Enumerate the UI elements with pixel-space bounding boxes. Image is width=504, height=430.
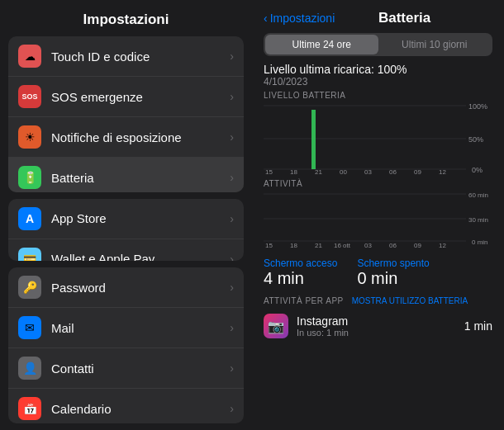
chevron-icon: ›: [230, 90, 234, 103]
svg-text:06: 06: [389, 242, 397, 249]
svg-text:09: 09: [414, 242, 421, 249]
svg-text:03: 03: [364, 168, 372, 176]
app-activity-header: ATTIVITÀ PER APP MOSTRA UTILIZZO BATTERI…: [252, 293, 504, 309]
battery-chart-label: LIVELLO BATTERIA: [264, 91, 492, 100]
settings-group-2: A App Store › 💳 Wallet e Apple Pay ›: [8, 199, 244, 261]
settings-title: Impostazioni: [83, 12, 169, 27]
svg-text:0%: 0%: [472, 166, 483, 174]
batteria-label: Batteria: [51, 171, 230, 185]
svg-text:30 min: 30 min: [468, 216, 488, 224]
svg-text:09: 09: [414, 168, 421, 176]
appstore-label: App Store: [51, 211, 230, 225]
sidebar-item-calendario[interactable]: 📅 Calendario ›: [8, 389, 244, 423]
notifiche-icon: ☀: [18, 125, 41, 149]
app-info: Instagram In uso: 1 min: [297, 314, 464, 338]
settings-group-3: 🔑 Password › ✉ Mail › 👤 Contatti › 📅 Cal…: [8, 267, 244, 423]
list-item[interactable]: 📷 Instagram In uso: 1 min 1 min: [252, 309, 504, 343]
svg-text:21: 21: [315, 242, 322, 249]
svg-text:100%: 100%: [468, 102, 487, 111]
settings-panel: Impostazioni ☁ Touch ID e codice › SOS S…: [0, 0, 252, 430]
screen-off-label: Schermo spento: [357, 258, 429, 269]
chevron-icon: ›: [230, 321, 234, 334]
svg-rect-6: [311, 110, 316, 169]
sidebar-item-mail[interactable]: ✉ Mail ›: [8, 308, 244, 348]
screen-off-value: 0 min: [357, 269, 429, 288]
svg-text:21: 21: [315, 168, 322, 176]
app-sub: In uso: 1 min: [297, 328, 464, 338]
chevron-icon: ›: [230, 361, 234, 375]
sos-icon: SOS: [18, 85, 41, 108]
chevron-icon: ›: [230, 402, 234, 415]
svg-text:50%: 50%: [468, 135, 483, 144]
wallet-label: Wallet e Apple Pay: [51, 252, 230, 261]
tab-24h[interactable]: Ultime 24 ore: [265, 35, 378, 54]
mail-label: Mail: [51, 321, 230, 335]
svg-text:60 min: 60 min: [468, 191, 488, 199]
back-label: Impostazioni: [270, 12, 335, 25]
svg-text:18: 18: [290, 168, 297, 176]
mail-icon: ✉: [18, 316, 41, 339]
chevron-icon: ›: [230, 212, 234, 225]
battery-info: Livello ultima ricarica: 100% 4/10/2023: [252, 63, 504, 91]
svg-text:15: 15: [265, 242, 273, 249]
wallet-icon: 💳: [18, 248, 41, 261]
sidebar-item-appstore[interactable]: A App Store ›: [8, 199, 244, 239]
activity-chart: 60 min 30 min 0 min 15 18 21 16 ott 03 0…: [264, 190, 492, 249]
sidebar-item-touch-id[interactable]: ☁ Touch ID e codice ›: [8, 36, 244, 77]
svg-text:15: 15: [265, 168, 273, 176]
chevron-icon: ›: [230, 171, 234, 184]
password-label: Password: [51, 281, 230, 295]
screen-off-stat: Schermo spento 0 min: [357, 258, 429, 288]
battery-chart: 100% 50% 0% 15 18 21 00 03 06 09 12: [264, 102, 492, 176]
password-icon: 🔑: [18, 276, 41, 299]
battery-panel: ‹ Impostazioni Batteria Ultime 24 ore Ul…: [252, 0, 504, 430]
sidebar-item-wallet[interactable]: 💳 Wallet e Apple Pay ›: [8, 239, 244, 261]
sidebar-item-password[interactable]: 🔑 Password ›: [8, 267, 244, 308]
settings-header: Impostazioni: [0, 0, 252, 36]
appstore-icon: A: [18, 207, 41, 230]
activity-chart-label: ATTIVITÀ: [264, 179, 492, 188]
battery-title: Batteria: [341, 10, 468, 26]
chevron-icon: ›: [230, 253, 234, 261]
back-chevron-icon: ‹: [264, 12, 268, 25]
battery-chart-section: LIVELLO BATTERIA 100% 50% 0% 15 18 21 00…: [252, 91, 504, 179]
svg-text:16 ott: 16 ott: [334, 242, 351, 249]
screen-stats: Schermo acceso 4 min Schermo spento 0 mi…: [252, 253, 504, 293]
tab-10d[interactable]: Ultimi 10 giorni: [378, 35, 492, 54]
time-tabs: Ultime 24 ore Ultimi 10 giorni: [264, 33, 492, 56]
svg-text:0 min: 0 min: [472, 239, 488, 246]
touch-id-label: Touch ID e codice: [51, 50, 230, 64]
chevron-icon: ›: [230, 281, 234, 294]
calendario-icon: 📅: [18, 397, 41, 420]
contatti-label: Contatti: [51, 361, 230, 376]
sos-label: SOS emergenze: [51, 90, 230, 104]
screen-on-label: Schermo acceso: [264, 258, 337, 269]
screen-on-stat: Schermo acceso 4 min: [264, 258, 337, 288]
svg-text:03: 03: [364, 242, 372, 249]
app-name: Instagram: [297, 314, 464, 328]
charge-date: 4/10/2023: [264, 76, 492, 87]
batteria-icon: 🔋: [18, 166, 41, 189]
sidebar-item-notifiche[interactable]: ☀ Notifiche di esposizione ›: [8, 117, 244, 158]
settings-group-1: ☁ Touch ID e codice › SOS SOS emergenze …: [8, 36, 244, 192]
touch-id-icon: ☁: [18, 45, 41, 68]
chevron-icon: ›: [230, 50, 234, 63]
back-button[interactable]: ‹ Impostazioni: [264, 12, 335, 25]
app-activity-label: ATTIVITÀ PER APP: [264, 296, 344, 305]
svg-text:12: 12: [439, 242, 446, 249]
calendario-label: Calendario: [51, 402, 230, 416]
battery-header: ‹ Impostazioni Batteria: [252, 0, 504, 33]
charge-level: Livello ultima ricarica: 100%: [264, 63, 492, 76]
svg-text:18: 18: [290, 242, 297, 249]
sidebar-item-batteria[interactable]: 🔋 Batteria ›: [8, 158, 244, 192]
svg-text:06: 06: [389, 168, 397, 176]
svg-text:00: 00: [340, 168, 347, 176]
show-usage-button[interactable]: MOSTRA UTILIZZO BATTERIA: [352, 296, 468, 305]
chevron-icon: ›: [230, 130, 234, 144]
sidebar-item-sos[interactable]: SOS SOS emergenze ›: [8, 77, 244, 117]
notifiche-label: Notifiche di esposizione: [51, 130, 230, 144]
svg-text:12: 12: [439, 168, 446, 176]
screen-on-value: 4 min: [264, 269, 337, 288]
instagram-icon: 📷: [264, 314, 288, 338]
sidebar-item-contatti[interactable]: 👤 Contatti ›: [8, 348, 244, 389]
